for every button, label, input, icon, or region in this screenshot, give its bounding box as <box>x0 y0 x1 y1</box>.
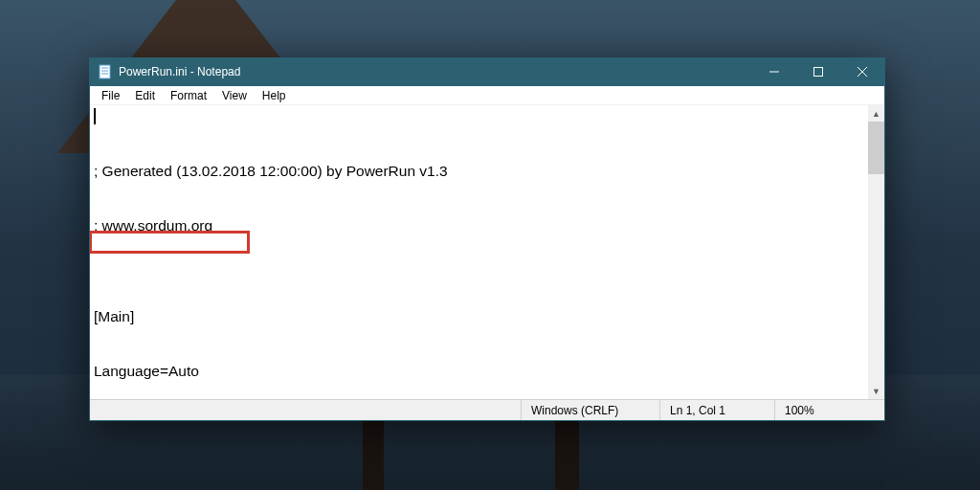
status-position: Ln 1, Col 1 <box>659 400 774 420</box>
notepad-window: PowerRun.ini - Notepad File Edit Format … <box>89 57 885 421</box>
menu-help[interactable]: Help <box>255 87 294 104</box>
maximize-button[interactable] <box>796 57 840 86</box>
status-encoding: Windows (CRLF) <box>521 400 659 420</box>
menu-view[interactable]: View <box>214 87 255 104</box>
text-caret <box>94 108 96 124</box>
statusbar: Windows (CRLF) Ln 1, Col 1 100% <box>90 399 884 420</box>
vertical-scrollbar[interactable]: ▲ ▼ <box>868 105 884 399</box>
scroll-down-icon[interactable]: ▼ <box>868 383 884 399</box>
editor-line: ; www.sordum.org <box>94 216 864 234</box>
editor-line: [Main] <box>94 307 864 325</box>
notepad-icon <box>98 64 113 79</box>
scroll-thumb[interactable] <box>868 122 884 174</box>
svg-rect-0 <box>100 65 110 78</box>
titlebar[interactable]: PowerRun.ini - Notepad <box>90 57 884 86</box>
close-button[interactable] <box>840 57 884 86</box>
svg-rect-5 <box>814 68 823 77</box>
menubar: File Edit Format View Help <box>90 86 884 105</box>
editor-line: ; Generated (13.02.2018 12:00:00) by Pow… <box>94 162 864 180</box>
editor-line: Language=Auto <box>94 362 864 380</box>
menu-edit[interactable]: Edit <box>127 87 163 104</box>
status-zoom: 100% <box>774 400 884 420</box>
menu-file[interactable]: File <box>94 87 127 104</box>
minimize-button[interactable] <box>752 57 796 86</box>
window-title: PowerRun.ini - Notepad <box>119 65 240 78</box>
scroll-up-icon[interactable]: ▲ <box>868 105 884 122</box>
text-editor[interactable]: ; Generated (13.02.2018 12:00:00) by Pow… <box>90 105 868 399</box>
menu-format[interactable]: Format <box>163 87 214 104</box>
